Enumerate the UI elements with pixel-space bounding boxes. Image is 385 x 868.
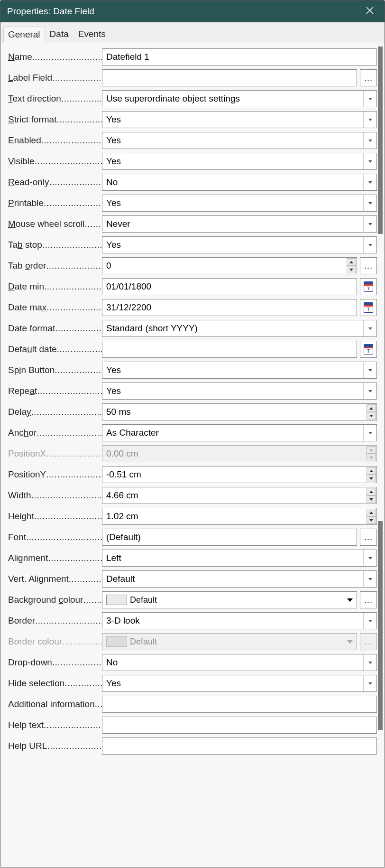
help-url-input[interactable] xyxy=(102,737,377,755)
chevron-down-icon xyxy=(363,153,376,169)
label-border: Border.................................. xyxy=(8,616,102,626)
label-hide-selection: Hide selection.................. xyxy=(8,678,102,689)
label-tab-order: Tab order............................ xyxy=(8,261,102,271)
scrollbar-thumb-top[interactable] xyxy=(378,47,383,234)
background-colour-select[interactable]: Default xyxy=(102,591,357,608)
spin-down-icon[interactable] xyxy=(367,495,376,503)
chevron-down-icon xyxy=(363,112,376,128)
label-field-browse-button[interactable]: ... xyxy=(360,69,377,86)
spin-down-icon[interactable] xyxy=(367,516,376,524)
scrollbar-thumb-bottom[interactable] xyxy=(378,521,383,730)
tab-data[interactable]: Data xyxy=(45,26,73,42)
tab-general[interactable]: General xyxy=(3,27,45,43)
default-date-calendar-button[interactable]: 7 xyxy=(360,341,377,358)
tabs-bar: General Data Events xyxy=(0,22,385,43)
date-max-input[interactable]: 31/12/2200 xyxy=(102,299,357,316)
chevron-down-icon xyxy=(363,320,376,336)
name-input[interactable]: Datefield 1 xyxy=(102,48,377,65)
tab-order-spinner[interactable]: 0 xyxy=(102,257,357,274)
label-default-date: Default date....................... xyxy=(8,344,102,355)
tab-content-general: Name................................ Dat… xyxy=(0,43,385,868)
label-printable: Printable.............................. xyxy=(8,198,102,208)
additional-information-input[interactable] xyxy=(102,696,377,713)
spin-up-icon[interactable] xyxy=(367,488,376,495)
colour-swatch-icon xyxy=(106,636,127,647)
label-label-field: Label Field......................... xyxy=(8,73,102,83)
spin-button-select[interactable]: Yes xyxy=(102,362,377,379)
dropdown-select[interactable]: No xyxy=(102,654,377,671)
hide-selection-select[interactable]: Yes xyxy=(102,675,377,692)
label-mouse-wheel: Mouse wheel scroll......... xyxy=(8,219,102,229)
label-height: Height.................................. xyxy=(8,511,102,522)
width-spinner[interactable]: 4.66 cm xyxy=(102,487,377,504)
spin-up-icon[interactable] xyxy=(367,509,376,516)
height-spinner[interactable]: 1.02 cm xyxy=(102,508,377,525)
date-max-calendar-button[interactable]: 7 xyxy=(360,299,377,316)
read-only-select[interactable]: No xyxy=(102,174,377,191)
help-text-input[interactable] xyxy=(102,717,377,734)
printable-select[interactable]: Yes xyxy=(102,195,377,212)
chevron-down-icon xyxy=(363,132,376,149)
label-spin-button: Spin Button........................ xyxy=(8,365,102,375)
spin-down-icon xyxy=(367,454,376,461)
spin-down-icon[interactable] xyxy=(367,412,376,420)
chevron-down-icon xyxy=(363,383,376,399)
chevron-down-icon xyxy=(363,216,376,232)
strict-format-select[interactable]: Yes xyxy=(102,111,377,128)
label-font: Font....................................… xyxy=(8,532,102,542)
font-browse-button[interactable]: ... xyxy=(360,529,377,546)
label-tab-stop: Tab stop.............................. xyxy=(8,240,102,250)
enabled-select[interactable]: Yes xyxy=(102,132,377,149)
window-title: Properties: Date Field xyxy=(7,6,362,17)
tab-stop-select[interactable]: Yes xyxy=(102,236,377,253)
text-direction-select[interactable]: Use superordinate object settings xyxy=(102,90,377,107)
chevron-down-icon xyxy=(363,613,376,629)
background-colour-browse-button[interactable]: ... xyxy=(360,591,377,608)
position-y-spinner[interactable]: -0.51 cm xyxy=(102,466,377,483)
label-help-text: Help text............................. xyxy=(8,720,102,730)
label-border-colour: Border colour.................... xyxy=(8,636,102,647)
chevron-down-icon xyxy=(363,571,376,587)
chevron-down-icon xyxy=(363,550,376,566)
spin-down-icon[interactable] xyxy=(347,266,356,273)
label-help-url: Help URL............................. xyxy=(8,741,102,751)
label-dropdown: Drop-down.......................... xyxy=(8,657,102,668)
chevron-down-icon xyxy=(363,237,376,253)
repeat-select[interactable]: Yes xyxy=(102,383,377,400)
spin-up-icon[interactable] xyxy=(347,258,356,266)
date-min-calendar-button[interactable]: 7 xyxy=(360,278,377,295)
font-input[interactable]: (Default) xyxy=(102,529,357,546)
label-date-min: Date min............................. xyxy=(8,281,102,292)
label-vert-alignment: Vert. Alignment................ xyxy=(8,574,102,584)
label-date-max: Date max............................ xyxy=(8,302,102,313)
date-format-select[interactable]: Standard (short YYYY) xyxy=(102,320,377,337)
label-alignment: Alignment........................... xyxy=(8,553,102,563)
default-date-input[interactable] xyxy=(102,341,357,358)
tab-order-browse-button[interactable]: ... xyxy=(360,257,377,274)
chevron-down-icon xyxy=(363,675,376,691)
label-text-direction: Text direction..................... xyxy=(8,93,102,104)
spin-up-icon[interactable] xyxy=(367,467,376,475)
label-name: Name................................ xyxy=(8,52,102,62)
visible-select[interactable]: Yes xyxy=(102,153,377,170)
label-field-input[interactable] xyxy=(102,69,357,86)
tab-events[interactable]: Events xyxy=(73,26,110,42)
spin-up-icon[interactable] xyxy=(367,404,376,412)
spin-down-icon[interactable] xyxy=(367,475,376,482)
anchor-select[interactable]: As Character xyxy=(102,424,377,441)
mouse-wheel-select[interactable]: Never xyxy=(102,215,377,233)
chevron-down-icon xyxy=(363,654,376,671)
alignment-select[interactable]: Left xyxy=(102,550,377,567)
chevron-down-icon xyxy=(343,592,357,608)
close-button[interactable] xyxy=(362,4,378,19)
label-enabled: Enabled................................ xyxy=(8,135,102,146)
window-titlebar: Properties: Date Field xyxy=(0,0,385,22)
label-position-y: PositionY............................. xyxy=(8,469,102,480)
delay-spinner[interactable]: 50 ms xyxy=(102,403,377,420)
label-date-format: Date format....................... xyxy=(8,323,102,334)
calendar-icon: 7 xyxy=(363,302,374,313)
border-select[interactable]: 3-D look xyxy=(102,612,377,629)
vert-alignment-select[interactable]: Default xyxy=(102,570,377,588)
date-min-input[interactable]: 01/01/1800 xyxy=(102,278,357,295)
label-visible: Visible................................. xyxy=(8,156,102,167)
